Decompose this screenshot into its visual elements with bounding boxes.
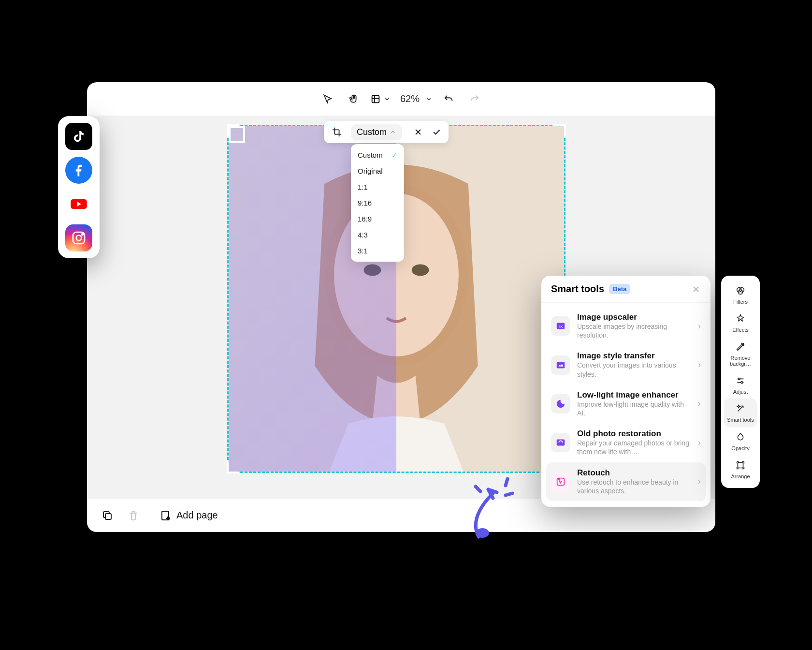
svg-point-18 xyxy=(558,478,560,480)
aspect-selected: Custom xyxy=(357,127,387,137)
smart-item-low-light[interactable]: Low-light image enhancerImprove low-ligh… xyxy=(546,384,706,423)
effects-icon xyxy=(734,312,747,325)
svg-point-5 xyxy=(412,265,429,276)
crop-toolbar: Custom xyxy=(324,121,449,143)
crop-cancel[interactable] xyxy=(411,125,425,139)
svg-rect-0 xyxy=(372,95,379,103)
smart-item-restoration[interactable]: Old photo restorationRepair your damaged… xyxy=(546,423,706,462)
chevron-right-icon: › xyxy=(698,321,701,331)
chevron-up-icon xyxy=(390,129,396,135)
svg-point-23 xyxy=(741,382,743,384)
social-strip xyxy=(58,116,100,258)
upscaler-icon: 4K xyxy=(551,316,570,336)
svg-rect-14 xyxy=(557,362,565,368)
rail-effects[interactable]: Effects xyxy=(721,309,760,337)
smart-item-style-transfer[interactable]: Image style transferConvert your images … xyxy=(546,345,706,384)
opacity-icon xyxy=(734,431,747,443)
aspect-option-1-1[interactable]: 1:1 xyxy=(351,179,404,195)
zoom-group[interactable]: 62% xyxy=(397,93,432,104)
filters-icon xyxy=(734,284,747,297)
layout-tool-group[interactable] xyxy=(370,94,391,104)
smart-header: Smart tools Beta xyxy=(541,276,710,303)
undo-button[interactable] xyxy=(439,89,458,109)
smart-tools-panel: Smart tools Beta 4K Image upscalerUpscal… xyxy=(541,276,710,507)
smart-item-retouch[interactable]: RetouchUse retouch to enhance beauty in … xyxy=(546,462,706,501)
restoration-icon xyxy=(551,433,570,452)
hand-tool[interactable] xyxy=(344,89,363,109)
crop-icon xyxy=(329,124,345,140)
svg-text:4K: 4K xyxy=(559,325,563,328)
smart-list: 4K Image upscalerUpscale images by incre… xyxy=(541,303,710,507)
remove-bg-icon xyxy=(734,340,747,353)
rail-opacity[interactable]: Opacity xyxy=(721,427,760,455)
rail-smart-tools[interactable]: Smart tools xyxy=(724,399,757,427)
svg-rect-24 xyxy=(738,462,743,468)
duplicate-button[interactable] xyxy=(99,507,116,524)
crop-confirm[interactable] xyxy=(429,125,444,139)
chevron-down-icon xyxy=(425,96,432,103)
smart-tools-icon xyxy=(734,402,747,415)
chevron-down-icon xyxy=(384,96,391,103)
retouch-icon xyxy=(551,472,570,491)
aspect-option-9-16[interactable]: 9:16 xyxy=(351,195,404,211)
svg-point-15 xyxy=(562,401,564,402)
delete-button[interactable] xyxy=(125,507,142,524)
smart-item-upscaler[interactable]: 4K Image upscalerUpscale images by incre… xyxy=(546,307,706,345)
check-icon: ✓ xyxy=(392,151,397,159)
top-toolbar: 62% xyxy=(87,82,715,116)
chevron-right-icon: › xyxy=(698,438,701,448)
rail-adjust[interactable]: Adjust xyxy=(721,370,760,399)
low-light-icon xyxy=(551,394,570,414)
social-tiktok[interactable] xyxy=(65,123,92,150)
rail-filters[interactable]: Filters xyxy=(721,281,760,309)
aspect-option-original[interactable]: Original xyxy=(351,163,404,179)
style-transfer-icon xyxy=(551,355,570,375)
arrange-icon xyxy=(734,459,747,472)
chevron-right-icon: › xyxy=(698,399,701,409)
chevron-right-icon: › xyxy=(698,476,701,487)
aspect-option-16-9[interactable]: 16:9 xyxy=(351,211,404,227)
close-button[interactable] xyxy=(691,284,701,294)
adjust-icon xyxy=(734,374,747,387)
zoom-value: 62% xyxy=(397,93,422,104)
pointer-tool[interactable] xyxy=(318,89,337,109)
chevron-right-icon: › xyxy=(698,360,701,370)
svg-point-10 xyxy=(76,236,82,241)
beta-badge: Beta xyxy=(609,284,630,294)
aspect-option-3-1[interactable]: 3:1 xyxy=(351,243,404,259)
aspect-menu: Custom✓ Original 1:1 9:16 16:9 4:3 3:1 xyxy=(351,144,404,262)
social-youtube[interactable] xyxy=(65,191,92,218)
aspect-option-custom[interactable]: Custom✓ xyxy=(351,147,404,163)
rail-arrange[interactable]: Arrange xyxy=(721,455,760,483)
smart-title-text: Smart tools xyxy=(551,283,604,295)
svg-point-11 xyxy=(82,234,83,235)
add-page-label: Add page xyxy=(176,510,218,521)
svg-point-22 xyxy=(738,378,740,380)
redo-button[interactable] xyxy=(465,89,484,109)
add-page-button[interactable]: Add page xyxy=(160,510,218,521)
social-facebook[interactable] xyxy=(65,157,92,184)
aspect-dropdown[interactable]: Custom xyxy=(351,124,402,140)
aspect-option-4-3[interactable]: 4:3 xyxy=(351,227,404,243)
rail-remove-bg[interactable]: Remove backgr… xyxy=(721,337,760,370)
social-instagram[interactable] xyxy=(65,224,92,251)
right-rail: Filters Effects Remove backgr… Adjust Sm… xyxy=(721,276,760,488)
svg-rect-6 xyxy=(105,514,111,519)
